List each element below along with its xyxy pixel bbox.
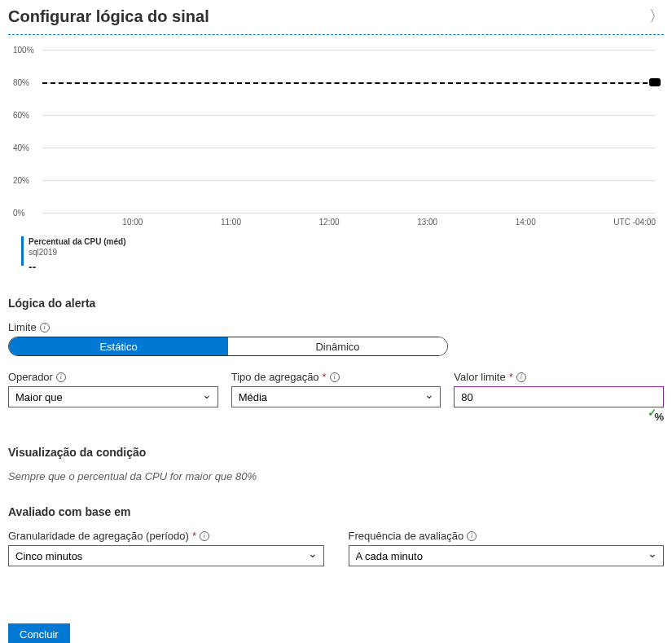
gridline <box>42 148 656 148</box>
section-evaluated: Avaliado com base em <box>8 505 664 518</box>
threshold-marker <box>649 78 661 86</box>
agg-type-select[interactable]: Média <box>231 386 441 407</box>
threshold-value-label: Valor limite <box>454 371 505 383</box>
divider <box>8 34 664 35</box>
y-tick-label: 20% <box>13 176 29 185</box>
granularity-select[interactable]: Cinco minutos <box>8 545 324 566</box>
info-icon[interactable]: i <box>330 372 340 382</box>
info-icon[interactable]: i <box>200 531 209 541</box>
condition-text: Sempre que o percentual da CPU for maior… <box>8 470 664 482</box>
section-condition-preview: Visualização da condição <box>8 446 664 459</box>
y-tick-label: 60% <box>13 111 29 120</box>
x-tick-label: UTC -04:00 <box>613 218 656 227</box>
check-icon: ✓ <box>648 406 657 419</box>
legend-resource: sql2019 <box>29 247 125 258</box>
panel-title: Configurar lógica do sinal <box>8 7 209 26</box>
agg-type-label: Tipo de agregação <box>231 371 319 383</box>
threshold-value-input[interactable] <box>454 386 664 407</box>
gridline <box>42 50 656 51</box>
frequency-label: Frequência de avaliação <box>349 530 464 542</box>
threshold-line <box>42 82 656 84</box>
threshold-dynamic-button[interactable]: Dinâmico <box>228 337 447 355</box>
info-icon[interactable]: i <box>467 531 477 541</box>
y-tick-label: 0% <box>13 209 24 218</box>
threshold-type-label: Limite <box>8 321 37 333</box>
section-alert-logic: Lógica do alerta <box>8 297 664 310</box>
operator-select[interactable]: Maior que <box>8 386 218 407</box>
x-tick-label: 11:00 <box>221 218 241 227</box>
threshold-type-toggle: Estático Dinâmico <box>8 337 448 356</box>
close-chevron-icon[interactable]: 〉 <box>649 7 664 26</box>
x-tick-label: 14:00 <box>516 218 536 227</box>
frequency-select[interactable]: A cada minuto <box>349 545 665 566</box>
operator-label: Operador <box>8 371 53 383</box>
y-tick-label: 100% <box>13 46 34 55</box>
threshold-static-button[interactable]: Estático <box>9 337 228 355</box>
done-button[interactable]: Concluir <box>8 623 70 643</box>
granularity-label: Granularidade de agregação (período) <box>8 530 189 542</box>
chart-area: 0%20%40%60%80%100% .10:0011:0012:0013:00… <box>8 50 664 274</box>
x-tick-label: 10:00 <box>122 218 143 227</box>
info-icon[interactable]: i <box>56 372 66 382</box>
legend-metric: Percentual da CPU (méd) <box>29 236 125 247</box>
threshold-unit: % <box>454 411 664 423</box>
y-tick-label: 40% <box>13 143 29 152</box>
y-tick-label: 80% <box>13 78 29 87</box>
x-tick-label: 12:00 <box>319 218 340 227</box>
chart-legend: Percentual da CPU (méd) sql2019 -- <box>21 236 656 274</box>
gridline <box>42 213 656 214</box>
gridline <box>42 115 656 116</box>
legend-value: -- <box>29 259 125 274</box>
info-icon[interactable]: i <box>40 323 50 333</box>
info-icon[interactable]: i <box>516 372 526 382</box>
legend-color-bar <box>21 236 24 266</box>
gridline <box>42 180 656 181</box>
x-tick-label: 13:00 <box>417 218 437 227</box>
